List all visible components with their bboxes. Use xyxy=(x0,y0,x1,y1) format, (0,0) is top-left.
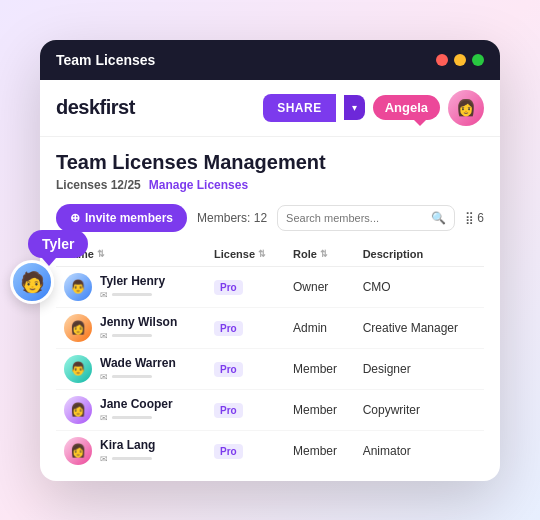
table-row: 👩 Kira Lang ✉ Pro Member Animator xyxy=(56,430,484,471)
member-avatar-3: 👩 xyxy=(64,396,92,424)
member-cell-3: 👩 Jane Cooper ✉ xyxy=(56,389,206,430)
description-cell-0: CMO xyxy=(355,266,484,307)
license-badge-1: Pro xyxy=(214,321,243,336)
email-icon-1: ✉ xyxy=(100,331,108,341)
page-title: Team Licenses Management xyxy=(56,151,484,174)
email-icon-2: ✉ xyxy=(100,372,108,382)
header-actions: SHARE ▾ Angela 👩 xyxy=(263,90,484,126)
progress-bar-2 xyxy=(112,375,152,378)
license-info: Licenses 12/25 Manage Licenses xyxy=(56,178,484,192)
tyler-badge: Tyler xyxy=(28,230,88,258)
member-cell-2: 👨 Wade Warren ✉ xyxy=(56,348,206,389)
invite-plus-icon: ⊕ xyxy=(70,211,80,225)
col-role: Role ⇅ xyxy=(285,242,355,267)
title-bar: Team Licenses xyxy=(40,40,500,80)
email-icon-0: ✉ xyxy=(100,290,108,300)
role-cell-1: Admin xyxy=(285,307,355,348)
progress-bar-4 xyxy=(112,457,152,460)
sort-icon-license: ⇅ xyxy=(258,249,266,259)
member-cell-4: 👩 Kira Lang ✉ xyxy=(56,430,206,471)
progress-bar-0 xyxy=(112,293,152,296)
member-name-0: Tyler Henry xyxy=(100,274,165,288)
invite-members-button[interactable]: ⊕ Invite members xyxy=(56,204,187,232)
license-badge-2: Pro xyxy=(214,362,243,377)
sort-icon-name: ⇅ xyxy=(97,249,105,259)
progress-bar-1 xyxy=(112,334,152,337)
share-button[interactable]: SHARE xyxy=(263,94,336,122)
members-count: Members: 12 xyxy=(197,211,267,225)
angela-avatar: 👩 xyxy=(448,90,484,126)
progress-bar-3 xyxy=(112,416,152,419)
manage-licenses-link[interactable]: Manage Licenses xyxy=(149,178,248,192)
header-bar: deskfirst SHARE ▾ Angela 👩 xyxy=(40,80,500,137)
role-cell-0: Owner xyxy=(285,266,355,307)
invite-label: Invite members xyxy=(85,211,173,225)
license-cell-2: Pro xyxy=(206,348,285,389)
toolbar: ⊕ Invite members Members: 12 🔍 ⣿ 6 xyxy=(56,204,484,232)
content-area: Team Licenses Management Licenses 12/25 … xyxy=(40,137,500,481)
col-description: Description xyxy=(355,242,484,267)
role-cell-3: Member xyxy=(285,389,355,430)
traffic-light-yellow[interactable] xyxy=(454,54,466,66)
description-cell-3: Copywriter xyxy=(355,389,484,430)
license-cell-3: Pro xyxy=(206,389,285,430)
table-header-row: Name ⇅ License ⇅ Role ⇅ xyxy=(56,242,484,267)
role-cell-4: Member xyxy=(285,430,355,471)
description-cell-2: Designer xyxy=(355,348,484,389)
license-badge-4: Pro xyxy=(214,444,243,459)
members-table: Name ⇅ License ⇅ Role ⇅ xyxy=(56,242,484,471)
table-row: 👩 Jane Cooper ✉ Pro Member Copywriter xyxy=(56,389,484,430)
angela-badge: Angela xyxy=(373,95,440,120)
member-name-1: Jenny Wilson xyxy=(100,315,177,329)
license-cell-1: Pro xyxy=(206,307,285,348)
license-cell-4: Pro xyxy=(206,430,285,471)
members-icon-count: ⣿ 6 xyxy=(465,211,484,225)
member-name-4: Kira Lang xyxy=(100,438,155,452)
search-icon: 🔍 xyxy=(431,211,446,225)
search-box[interactable]: 🔍 xyxy=(277,205,455,231)
search-input[interactable] xyxy=(286,212,426,224)
share-caret-button[interactable]: ▾ xyxy=(344,95,365,120)
license-badge-3: Pro xyxy=(214,403,243,418)
license-badge-0: Pro xyxy=(214,280,243,295)
member-avatar-0: 👨 xyxy=(64,273,92,301)
license-cell-0: Pro xyxy=(206,266,285,307)
member-cell-0: 👨 Tyler Henry ✉ xyxy=(56,266,206,307)
member-avatar-1: 👩 xyxy=(64,314,92,342)
table-row: 👨 Tyler Henry ✉ Pro Owner CMO xyxy=(56,266,484,307)
tyler-badge-label: Tyler xyxy=(42,236,74,252)
table-row: 👨 Wade Warren ✉ Pro Member Designer xyxy=(56,348,484,389)
main-window: Team Licenses deskfirst SHARE ▾ Angela 👩… xyxy=(40,40,500,481)
tyler-avatar: 🧑 xyxy=(10,260,54,304)
member-cell-1: 👩 Jenny Wilson ✉ xyxy=(56,307,206,348)
description-cell-1: Creative Manager xyxy=(355,307,484,348)
description-cell-4: Animator xyxy=(355,430,484,471)
angela-label: Angela xyxy=(385,100,428,115)
traffic-lights xyxy=(436,54,484,66)
role-cell-2: Member xyxy=(285,348,355,389)
traffic-light-red[interactable] xyxy=(436,54,448,66)
member-avatar-2: 👨 xyxy=(64,355,92,383)
email-icon-4: ✉ xyxy=(100,454,108,464)
member-name-2: Wade Warren xyxy=(100,356,176,370)
table-row: 👩 Jenny Wilson ✉ Pro Admin Creative Mana… xyxy=(56,307,484,348)
window-title: Team Licenses xyxy=(56,52,155,68)
license-count: Licenses 12/25 xyxy=(56,178,141,192)
traffic-light-green[interactable] xyxy=(472,54,484,66)
col-license: License ⇅ xyxy=(206,242,285,267)
logo: deskfirst xyxy=(56,96,135,119)
member-name-3: Jane Cooper xyxy=(100,397,173,411)
sort-icon-role: ⇅ xyxy=(320,249,328,259)
member-avatar-4: 👩 xyxy=(64,437,92,465)
email-icon-3: ✉ xyxy=(100,413,108,423)
